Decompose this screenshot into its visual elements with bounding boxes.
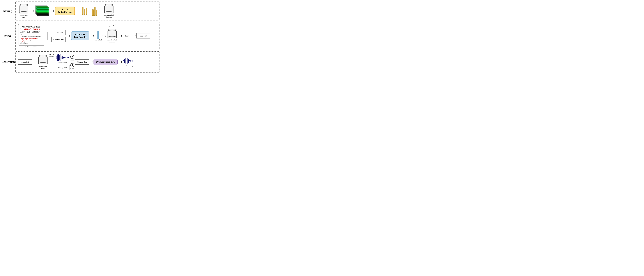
svg-rect-5: [58, 54, 59, 61]
arrow-line-ret-3: [118, 36, 122, 36]
fork-lower: [48, 40, 50, 40]
text-embed-label: text embed: [95, 39, 102, 41]
lower-concat-label: concat: [70, 67, 74, 69]
source-text-label: text and its context: [26, 46, 37, 48]
db-cylinder-gen: [38, 55, 48, 64]
svg-rect-15: [63, 57, 63, 58]
db-top-gen: [38, 55, 48, 57]
arrow-line-4: [98, 11, 103, 11]
db-bottom-gen: [38, 62, 48, 64]
generation-row: Generation index list text speech pairs …: [2, 51, 160, 73]
upper-concat-label: concat: [70, 59, 74, 61]
text-encoder-line2: Text Encoder: [74, 36, 87, 39]
indexing-box: text speech pairs CA-CLAP Audio Encoder: [15, 2, 160, 21]
db2-label: speech embed database: [104, 14, 114, 18]
arrow-line-3: [76, 11, 80, 11]
svg-rect-6: [59, 54, 59, 61]
svg-rect-12: [62, 57, 62, 59]
arrow-4: [98, 11, 103, 11]
prompt-speech-wrapper: prompt speech: [56, 54, 70, 63]
retrieval-row: Retrieval … 后来发现是我在学他的动作。老师很生气，说我很坏。上学才一…: [2, 22, 160, 50]
svg-rect-43: [130, 60, 130, 62]
svg-rect-52: [134, 60, 134, 61]
arrow-line-ret-1: [66, 36, 70, 36]
current-text-gen-wrapper: Current Text: [75, 59, 89, 65]
select-fork-wrapper: Select P prompts: [49, 54, 56, 70]
audio-encoder-line1: CA-CLAP: [58, 9, 72, 11]
chinese-text-box: … 后来发现是我在学他的动作。老师很生气，说我很坏。上学才一个月，老师就来家访……: [18, 24, 44, 46]
prompt-speech-label: prompt speech: [58, 62, 67, 63]
svg-rect-30: [124, 60, 124, 62]
index-list-gen-box: index list: [18, 59, 32, 65]
english-content: (… realized I was mimicking him. He got …: [20, 36, 42, 44]
tts-label: Prompt-based TTS: [96, 61, 115, 63]
audio-embeds-wrapper: audio embeds: [80, 6, 89, 17]
svg-rect-50: [133, 60, 133, 61]
query-arrow-wrapper: query: [102, 35, 106, 37]
main-diagram: Indexing text speech pairs: [2, 2, 160, 73]
arrow-line-gen-1: [32, 62, 37, 62]
db-bottom-2: [104, 11, 114, 14]
tts-box: Prompt-based TTS: [94, 59, 118, 65]
svg-rect-45: [131, 60, 131, 62]
svg-rect-39: [128, 58, 128, 64]
fork-vertical: [48, 32, 48, 40]
svg-rect-53: [134, 61, 135, 61]
indexing-db2: speech embed database: [104, 4, 114, 18]
arrow-line-2: [50, 11, 54, 11]
embed-bar-5: [94, 7, 96, 16]
svg-rect-31: [124, 59, 124, 63]
svg-rect-37: [127, 59, 127, 63]
svg-rect-25: [68, 57, 68, 58]
gen-fork-lower: [49, 70, 52, 70]
retrieval-box: … 后来发现是我在学他的动作。老师很生气，说我很坏。上学才一个月，老师就来家访……: [15, 22, 160, 50]
arrow-2: [50, 11, 54, 11]
lower-concat-circle: ⊕: [70, 63, 74, 67]
db-bottom-1: [19, 11, 28, 14]
svg-rect-10: [60, 55, 61, 60]
svg-rect-36: [126, 58, 127, 64]
dashed-arrowhead: ▼: [114, 24, 116, 27]
arrow-gen-out: [118, 62, 122, 62]
svg-rect-20: [65, 57, 66, 58]
text-embed-bar: [98, 31, 99, 39]
svg-rect-34: [126, 58, 126, 64]
svg-rect-19: [65, 57, 65, 58]
audio-embeds-2: [92, 7, 97, 16]
indexing-db1: text speech pairs: [18, 4, 29, 18]
svg-rect-49: [132, 60, 133, 62]
svg-rect-44: [130, 60, 130, 62]
arrow-query: [103, 37, 106, 37]
svg-rect-35: [126, 57, 126, 64]
arrow-1: [30, 11, 34, 11]
db1-label: text speech pairs: [20, 14, 28, 18]
svg-rect-29: [124, 60, 124, 61]
audio-embeds-label: audio embeds: [80, 15, 89, 17]
dashed-line: [110, 25, 114, 27]
text-embed-wrapper: text embed: [95, 31, 102, 41]
db-cylinder-2: [104, 4, 114, 14]
svg-rect-1: [56, 56, 57, 59]
arrow-line-query: [103, 37, 106, 37]
text-encoder-box: CA-CLAP Text Encoder: [71, 32, 90, 40]
arrow-ret-3: [118, 36, 122, 36]
audio-embeds: [82, 6, 87, 15]
embed-bar-1: [82, 7, 84, 15]
svg-rect-48: [132, 60, 132, 61]
synth-speech-wrapper: synthesized speech: [123, 57, 137, 67]
db-ret-label: speech embed database: [108, 39, 117, 43]
svg-rect-41: [129, 60, 129, 62]
embed-bar-2: [84, 9, 85, 15]
svg-rect-40: [128, 59, 129, 63]
synth-speech-label: synthesized speech: [124, 65, 136, 67]
upper-concat-circle: ⊕: [70, 55, 74, 59]
source-text-wrapper: … 后来发现是我在学他的动作。老师很生气，说我很坏。上学才一个月，老师就来家访……: [18, 24, 44, 48]
svg-rect-54: [135, 61, 135, 61]
svg-rect-38: [128, 58, 128, 64]
arrow-ret-1: [66, 36, 70, 36]
svg-rect-24: [67, 57, 67, 58]
arrow-line-gen-tts: [90, 62, 93, 62]
svg-rect-14: [62, 56, 63, 59]
svg-rect-17: [64, 57, 64, 58]
svg-rect-55: [135, 61, 136, 61]
